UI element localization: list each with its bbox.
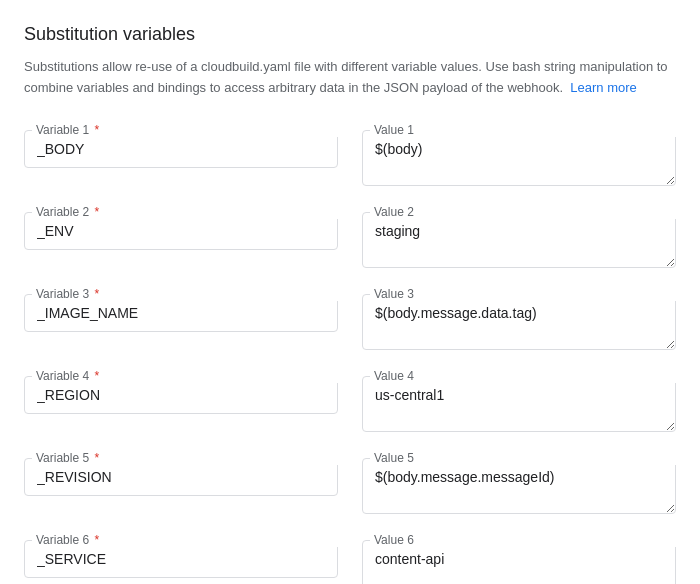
value-field-1: Value 1 bbox=[362, 123, 676, 189]
variable-label-1: Variable 1 * bbox=[32, 123, 338, 137]
value-label-2: Value 2 bbox=[370, 205, 676, 219]
value-field-6: Value 6 bbox=[362, 533, 676, 584]
value-input-4[interactable] bbox=[362, 376, 676, 432]
value-label-1: Value 1 bbox=[370, 123, 676, 137]
variable-label-5: Variable 5 * bbox=[32, 451, 338, 465]
required-star-3: * bbox=[94, 287, 99, 301]
required-star-2: * bbox=[94, 205, 99, 219]
variable-field-5: Variable 5 * bbox=[24, 451, 338, 517]
description-text: Substitutions allow re-use of a cloudbui… bbox=[24, 57, 676, 99]
learn-more-link[interactable]: Learn more bbox=[570, 80, 636, 95]
value-label-3: Value 3 bbox=[370, 287, 676, 301]
variable-label-3: Variable 3 * bbox=[32, 287, 338, 301]
value-input-1[interactable] bbox=[362, 130, 676, 186]
variable-label-2: Variable 2 * bbox=[32, 205, 338, 219]
variable-label-4: Variable 4 * bbox=[32, 369, 338, 383]
value-field-4: Value 4 bbox=[362, 369, 676, 435]
variable-field-4: Variable 4 * bbox=[24, 369, 338, 435]
value-field-3: Value 3 bbox=[362, 287, 676, 353]
page-title: Substitution variables bbox=[24, 24, 676, 45]
value-input-5[interactable] bbox=[362, 458, 676, 514]
variable-field-2: Variable 2 * bbox=[24, 205, 338, 271]
variable-field-3: Variable 3 * bbox=[24, 287, 338, 353]
value-field-2: Value 2 bbox=[362, 205, 676, 271]
value-label-4: Value 4 bbox=[370, 369, 676, 383]
variable-field-6: Variable 6 * bbox=[24, 533, 338, 584]
required-star-6: * bbox=[94, 533, 99, 547]
value-label-5: Value 5 bbox=[370, 451, 676, 465]
required-star-4: * bbox=[94, 369, 99, 383]
variables-grid: Variable 1 *Value 1Variable 2 *Value 2Va… bbox=[24, 123, 676, 584]
variable-label-6: Variable 6 * bbox=[32, 533, 338, 547]
value-label-6: Value 6 bbox=[370, 533, 676, 547]
variable-field-1: Variable 1 * bbox=[24, 123, 338, 189]
value-field-5: Value 5 bbox=[362, 451, 676, 517]
value-input-2[interactable] bbox=[362, 212, 676, 268]
value-input-3[interactable] bbox=[362, 294, 676, 350]
required-star-1: * bbox=[94, 123, 99, 137]
required-star-5: * bbox=[94, 451, 99, 465]
